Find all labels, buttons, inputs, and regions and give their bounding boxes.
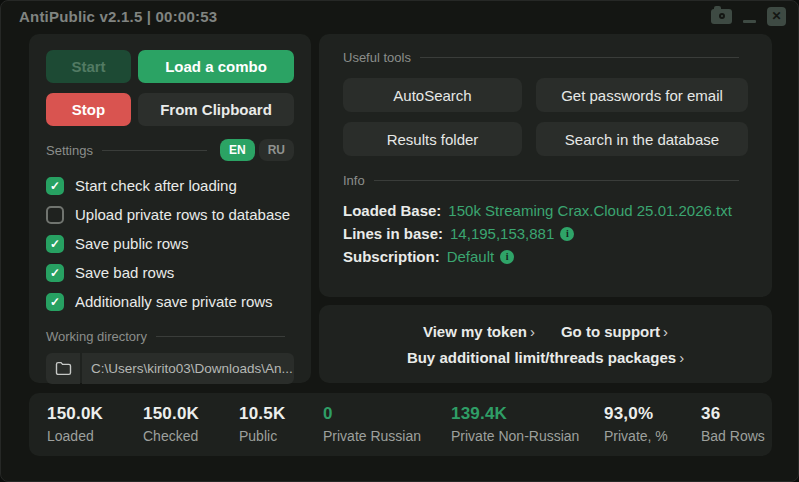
stat-label: Private, %: [604, 428, 701, 444]
subscription-value: Default: [447, 248, 495, 265]
stat-value: 36: [701, 404, 772, 424]
checkbox-save-bad-rows[interactable]: Save bad rows: [46, 258, 294, 287]
window-title: AntiPublic v2.1.5 | 00:00:53: [19, 8, 217, 25]
checkbox-label: Save bad rows: [75, 264, 174, 281]
lines-in-base-value: 14,195,153,881: [450, 225, 554, 242]
stat-label: Checked: [143, 428, 239, 444]
stat-value: 0: [323, 404, 451, 424]
chevron-right-icon: ›: [679, 349, 684, 366]
working-directory-row: C:\Users\kirito03\Downloads\An...: [46, 353, 294, 384]
run-controls: Start Load a combo Stop From Clipboard: [46, 50, 294, 126]
chevron-right-icon: ›: [530, 323, 535, 340]
stat-value: 150.0K: [143, 404, 239, 424]
start-button[interactable]: Start: [46, 50, 131, 83]
stat-checked: 150.0K Checked: [143, 404, 239, 456]
checkbox-icon[interactable]: [46, 235, 64, 253]
checkbox-label: Save public rows: [75, 235, 188, 252]
links-row-top: View my token› Go to support›: [423, 323, 668, 340]
subscription-row: Subscription: Default i: [343, 245, 748, 268]
checkbox-save-public-rows[interactable]: Save public rows: [46, 229, 294, 258]
left-panel: Start Load a combo Stop From Clipboard S…: [29, 34, 311, 383]
links-panel: View my token› Go to support› Buy additi…: [319, 305, 772, 383]
checkbox-icon[interactable]: [46, 293, 64, 311]
get-passwords-button[interactable]: Get passwords for email: [536, 78, 748, 112]
stat-public: 10.5K Public: [239, 404, 323, 456]
close-button[interactable]: ✕: [767, 7, 786, 26]
checkbox-icon[interactable]: [46, 206, 64, 224]
info-rows: Loaded Base: 150k Streaming Crax.Cloud 2…: [343, 199, 748, 268]
results-folder-button[interactable]: Results folder: [343, 122, 522, 156]
settings-label: Settings: [46, 143, 93, 158]
search-database-button[interactable]: Search in the database: [536, 122, 748, 156]
useful-tools-header: Useful tools: [343, 50, 748, 65]
chevron-right-icon: ›: [663, 323, 668, 340]
view-my-token-link[interactable]: View my token›: [423, 323, 535, 340]
useful-tools-label: Useful tools: [343, 50, 411, 65]
load-combo-button[interactable]: Load a combo: [138, 50, 294, 83]
camera-lens-icon: [719, 13, 725, 19]
divider-line: [156, 336, 285, 337]
stat-value: 10.5K: [239, 404, 323, 424]
autosearch-button[interactable]: AutoSearch: [343, 78, 522, 112]
lines-in-base-row: Lines in base: 14,195,153,881 i: [343, 222, 748, 245]
info-header: Info: [343, 173, 748, 188]
buy-packages-text: Buy additional limit/threads packages: [407, 349, 676, 366]
stop-button[interactable]: Stop: [46, 93, 131, 126]
checkbox-upload-private-rows[interactable]: Upload private rows to database: [46, 200, 294, 229]
working-directory-header: Working directory: [46, 329, 294, 344]
app-window: AntiPublic v2.1.5 | 00:00:53 ✕ Start Loa…: [0, 0, 799, 482]
loaded-base-row: Loaded Base: 150k Streaming Crax.Cloud 2…: [343, 199, 748, 222]
stat-label: Private Russian: [323, 428, 451, 444]
browse-folder-button[interactable]: [46, 353, 80, 384]
useful-tools-grid: AutoSearch Get passwords for email Resul…: [343, 78, 748, 156]
stat-private-non-russian: 139.4K Private Non-Russian: [451, 404, 604, 456]
window-controls: ✕: [711, 1, 786, 31]
checkbox-start-check-after-loading[interactable]: Start check after loading: [46, 171, 294, 200]
info-icon[interactable]: i: [500, 250, 514, 264]
stat-loaded: 150.0K Loaded: [47, 404, 143, 456]
checkbox-additionally-save-private-rows[interactable]: Additionally save private rows: [46, 287, 294, 316]
settings-header: Settings EN RU: [46, 139, 294, 161]
checkbox-icon[interactable]: [46, 177, 64, 195]
view-my-token-text: View my token: [423, 323, 527, 340]
subscription-label: Subscription:: [343, 248, 440, 265]
stat-value: 150.0K: [47, 404, 143, 424]
minimize-button[interactable]: [743, 9, 756, 24]
stat-bad-rows: 36 Bad Rows: [701, 404, 772, 456]
screenshot-camera-icon[interactable]: [711, 9, 732, 24]
loaded-base-label: Loaded Base:: [343, 202, 441, 219]
language-ru-button[interactable]: RU: [259, 139, 294, 161]
stat-label: Public: [239, 428, 323, 444]
stat-label: Loaded: [47, 428, 143, 444]
checkbox-label: Upload private rows to database: [75, 206, 290, 223]
stat-label: Private Non-Russian: [451, 428, 604, 444]
checkbox-label: Additionally save private rows: [75, 293, 273, 310]
loaded-base-value: 150k Streaming Crax.Cloud 25.01.2026.txt: [448, 202, 732, 219]
right-panel: Useful tools AutoSearch Get passwords fo…: [319, 34, 772, 297]
stat-private-russian: 0 Private Russian: [323, 404, 451, 456]
stat-private-percent: 93,0% Private, %: [604, 404, 701, 456]
info-icon[interactable]: i: [560, 227, 574, 241]
titlebar: AntiPublic v2.1.5 | 00:00:53 ✕: [1, 1, 798, 31]
working-directory-label: Working directory: [46, 329, 147, 344]
stat-label: Bad Rows: [701, 428, 772, 444]
from-clipboard-button[interactable]: From Clipboard: [138, 93, 294, 126]
divider-line: [102, 150, 207, 151]
working-directory-path-field[interactable]: C:\Users\kirito03\Downloads\An...: [82, 353, 294, 384]
go-to-support-text: Go to support: [561, 323, 660, 340]
stat-value: 139.4K: [451, 404, 604, 424]
divider-line: [374, 180, 739, 181]
checkbox-icon[interactable]: [46, 264, 64, 282]
language-en-button[interactable]: EN: [220, 139, 255, 161]
stats-bar: 150.0K Loaded 150.0K Checked 10.5K Publi…: [29, 393, 772, 456]
checkbox-label: Start check after loading: [75, 177, 237, 194]
buy-packages-link[interactable]: Buy additional limit/threads packages›: [407, 349, 684, 366]
go-to-support-link[interactable]: Go to support›: [561, 323, 668, 340]
settings-checkbox-list: Start check after loading Upload private…: [46, 171, 294, 316]
stat-value: 93,0%: [604, 404, 701, 424]
divider-line: [420, 57, 739, 58]
info-label: Info: [343, 173, 365, 188]
links-row-bottom: Buy additional limit/threads packages›: [407, 349, 684, 366]
folder-icon: [55, 361, 72, 376]
lines-in-base-label: Lines in base:: [343, 225, 443, 242]
